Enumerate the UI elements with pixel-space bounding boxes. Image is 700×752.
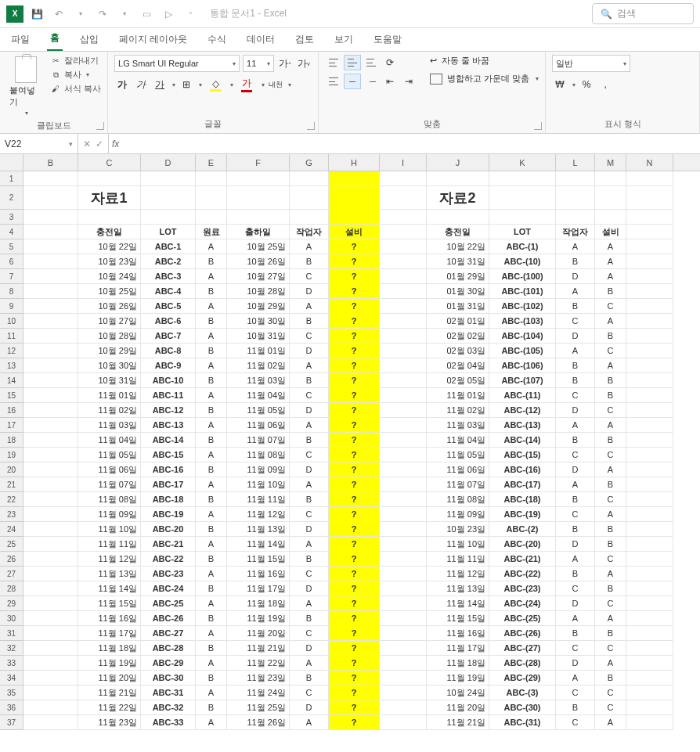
cell[interactable]: B — [595, 329, 626, 344]
row-header-2[interactable]: 2 — [0, 186, 23, 210]
cell[interactable]: ABC-(23) — [489, 581, 556, 596]
cell[interactable]: A — [556, 418, 595, 433]
row-header-27[interactable]: 27 — [0, 567, 23, 581]
cell[interactable] — [380, 418, 427, 433]
decrease-indent-button[interactable]: ⇤ — [381, 74, 399, 89]
cell[interactable]: ? — [329, 462, 380, 477]
row-header-23[interactable]: 23 — [0, 507, 23, 522]
col-header-L[interactable]: L — [556, 154, 595, 171]
cell[interactable]: A — [196, 448, 227, 462]
align-bottom-button[interactable] — [363, 55, 380, 70]
cell[interactable] — [489, 171, 556, 186]
cell[interactable]: 11월 07일 — [427, 477, 489, 492]
qat-customize-icon[interactable]: ⁼ — [183, 7, 197, 21]
cell[interactable] — [595, 186, 626, 210]
cell[interactable]: ABC-(3) — [489, 685, 556, 700]
row-header-31[interactable]: 31 — [0, 626, 23, 641]
redo-dropdown-icon[interactable]: ▾ — [117, 7, 132, 21]
cell[interactable]: A — [196, 477, 227, 492]
cell[interactable] — [23, 581, 78, 596]
cell[interactable] — [23, 418, 78, 433]
cell[interactable]: ABC-26 — [141, 611, 196, 626]
cell[interactable] — [626, 284, 673, 299]
cell[interactable] — [489, 186, 556, 210]
cell[interactable]: ABC-22 — [141, 552, 196, 567]
cell[interactable]: ABC-1 — [141, 239, 196, 254]
cell[interactable]: ? — [329, 344, 380, 358]
cell[interactable]: B — [196, 373, 227, 388]
cell[interactable]: 11월 03일 — [78, 418, 141, 433]
col-header-M[interactable]: M — [595, 154, 626, 171]
tab-formulas[interactable]: 수식 — [204, 28, 229, 51]
col-header-G[interactable]: G — [290, 154, 329, 171]
cell[interactable]: ABC-(107) — [489, 373, 556, 388]
cell[interactable]: B — [556, 626, 595, 641]
cell[interactable]: ABC-(20) — [489, 537, 556, 552]
cell[interactable]: 11월 04일 — [227, 388, 290, 403]
cell[interactable]: A — [556, 284, 595, 299]
cell[interactable]: A — [290, 596, 329, 611]
row-header-36[interactable]: 36 — [0, 700, 23, 715]
cell[interactable]: 02월 02일 — [427, 329, 489, 344]
cell[interactable]: ? — [329, 700, 380, 715]
cell[interactable]: 10월 30일 — [227, 314, 290, 329]
increase-font-button[interactable]: 가^ — [277, 56, 293, 71]
cell[interactable]: B — [196, 492, 227, 507]
cell[interactable] — [626, 715, 673, 730]
cell[interactable]: 설비 — [329, 225, 380, 239]
cell[interactable] — [626, 626, 673, 641]
cell[interactable] — [595, 171, 626, 186]
cell[interactable]: 11월 08일 — [227, 448, 290, 462]
font-color-button[interactable]: 가 — [236, 77, 257, 92]
cell[interactable]: 10월 25일 — [78, 284, 141, 299]
cell[interactable] — [23, 239, 78, 254]
tab-file[interactable]: 파일 — [8, 28, 33, 51]
decrease-font-button[interactable]: 가v — [296, 56, 312, 71]
row-header-12[interactable]: 12 — [0, 344, 23, 358]
pointer-icon[interactable]: ▷ — [161, 7, 175, 21]
cell[interactable] — [626, 299, 673, 314]
cell[interactable]: ? — [329, 671, 380, 685]
cell[interactable] — [23, 254, 78, 269]
cell[interactable] — [227, 171, 290, 186]
cell[interactable]: 10월 23일 — [427, 522, 489, 537]
row-header-20[interactable]: 20 — [0, 462, 23, 477]
cell[interactable]: 작업자 — [290, 225, 329, 239]
cell[interactable]: 11월 21일 — [227, 641, 290, 656]
row-header-30[interactable]: 30 — [0, 611, 23, 626]
cell[interactable]: 11월 08일 — [427, 492, 489, 507]
cell[interactable] — [23, 171, 78, 186]
cell[interactable] — [380, 388, 427, 403]
cell[interactable]: ABC-(29) — [489, 671, 556, 685]
row-header-8[interactable]: 8 — [0, 284, 23, 299]
cell[interactable]: ABC-(22) — [489, 567, 556, 581]
cell[interactable]: 10월 30일 — [78, 358, 141, 373]
cell[interactable]: C — [595, 596, 626, 611]
cell[interactable] — [78, 171, 141, 186]
enter-formula-icon[interactable]: ✓ — [96, 139, 103, 149]
col-header-D[interactable]: D — [141, 154, 196, 171]
cell[interactable] — [329, 210, 380, 225]
cell[interactable]: 11월 24일 — [227, 685, 290, 700]
cell[interactable] — [556, 171, 595, 186]
cell[interactable] — [380, 225, 427, 239]
cell[interactable]: ? — [329, 358, 380, 373]
cell[interactable]: C — [595, 492, 626, 507]
cell[interactable]: ABC-(24) — [489, 596, 556, 611]
font-size-select[interactable]: 11▾ — [243, 55, 274, 72]
cell[interactable] — [380, 373, 427, 388]
cell[interactable] — [626, 685, 673, 700]
cell[interactable]: 자료1 — [78, 186, 141, 210]
cell[interactable] — [626, 344, 673, 358]
cell[interactable]: ? — [329, 239, 380, 254]
cell[interactable] — [380, 552, 427, 567]
cell[interactable]: 11월 17일 — [427, 641, 489, 656]
cell[interactable]: ABC-(106) — [489, 358, 556, 373]
cell[interactable]: 10월 23일 — [78, 254, 141, 269]
cell[interactable]: 11월 20일 — [78, 671, 141, 685]
cell[interactable]: A — [595, 254, 626, 269]
cell[interactable]: ABC-33 — [141, 715, 196, 730]
cell[interactable] — [380, 715, 427, 730]
cell[interactable] — [23, 537, 78, 552]
cell[interactable] — [626, 403, 673, 418]
